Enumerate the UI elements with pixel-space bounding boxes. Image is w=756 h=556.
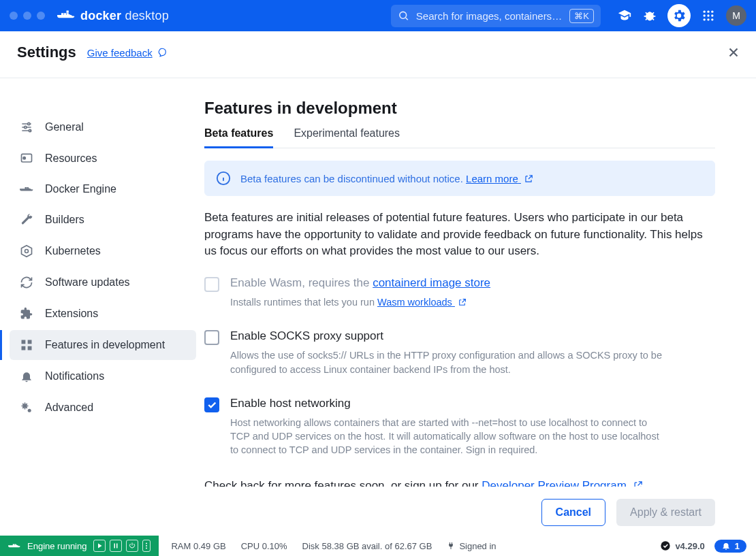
apps-grid-icon[interactable] <box>702 9 715 22</box>
close-icon <box>726 45 741 60</box>
search-placeholder: Search for images, containers, v… <box>416 10 563 22</box>
plug-icon <box>447 541 455 551</box>
svg-point-27 <box>146 545 147 546</box>
sidebar-item-features-in-development[interactable]: Features in development <box>10 330 196 360</box>
feature-tabs: Beta features Experimental features <box>204 127 715 148</box>
sidebar-item-docker-engine[interactable]: Docker Engine <box>10 175 196 203</box>
svg-rect-24 <box>114 544 116 549</box>
sidebar-item-notifications[interactable]: Notifications <box>10 361 196 391</box>
sidebar-item-general[interactable]: General <box>10 112 196 142</box>
search-bar[interactable]: Search for images, containers, v… ⌘K <box>391 5 601 27</box>
user-avatar[interactable]: M <box>726 5 746 26</box>
section-title: Features in development <box>204 99 715 118</box>
svg-point-0 <box>400 12 407 18</box>
containerd-image-store-link[interactable]: containerd image store <box>373 276 490 289</box>
svg-point-16 <box>25 250 29 253</box>
svg-point-2 <box>707 11 709 13</box>
engine-status[interactable]: Engine running <box>0 536 159 556</box>
option-desc: Host networking allows containers that a… <box>230 416 666 457</box>
svg-point-29 <box>661 541 670 550</box>
title-actions: M <box>617 4 746 27</box>
sidebar-label: Kubernetes <box>45 245 101 257</box>
status-ram: RAM 0.49 GB <box>171 541 225 551</box>
whale-icon <box>8 541 20 551</box>
option-enable-wasm: Enable Wasm, requires the containerd ima… <box>204 276 715 309</box>
status-signed-in: Signed in <box>459 541 496 551</box>
option-desc: Allows the use of socks5:// URLs in the … <box>230 348 666 376</box>
sidebar-label: General <box>45 121 84 133</box>
notice-text: Beta features can be discontinued withou… <box>240 173 466 184</box>
brand: docker desktop <box>57 9 169 23</box>
give-feedback-link[interactable]: Give feedback <box>87 47 168 59</box>
sidebar-label: Notifications <box>45 370 104 382</box>
notice-learn-more-link[interactable]: Learn more <box>466 173 533 184</box>
svg-point-1 <box>704 11 706 13</box>
checkbox-socks-proxy[interactable] <box>204 330 219 345</box>
tab-beta-features[interactable]: Beta features <box>204 127 273 148</box>
sidebar-item-kubernetes[interactable]: Kubernetes <box>10 236 196 266</box>
notifications-badge[interactable]: 1 <box>714 540 746 553</box>
sidebar-label: Resources <box>45 152 97 165</box>
titlebar: docker desktop Search for images, contai… <box>0 0 756 31</box>
tab-experimental-features[interactable]: Experimental features <box>294 127 400 148</box>
checkbox-host-networking[interactable] <box>204 397 219 412</box>
engine-power-button[interactable] <box>126 540 138 552</box>
option-title: Enable host networking <box>230 397 666 410</box>
search-icon <box>398 10 409 22</box>
cancel-button[interactable]: Cancel <box>541 499 605 526</box>
resources-icon <box>19 152 34 165</box>
option-title: Enable SOCKS proxy support <box>230 329 666 343</box>
option-enable-host-networking[interactable]: Enable host networking Host networking a… <box>204 397 715 457</box>
engine-more-button[interactable] <box>142 540 151 552</box>
developer-preview-link[interactable]: Developer Preview Program <box>482 479 646 487</box>
footer-actions: Cancel Apply & restart <box>0 487 756 536</box>
apply-restart-button: Apply & restart <box>616 499 715 526</box>
puzzle-icon <box>19 307 34 321</box>
sidebar-item-extensions[interactable]: Extensions <box>10 299 196 329</box>
settings-icon-active[interactable] <box>667 4 691 27</box>
status-bar: Engine running RAM 0.49 GB CPU 0.10% Dis… <box>0 536 756 556</box>
settings-sidebar: General Resources Docker Engine Builders… <box>0 78 204 487</box>
svg-rect-17 <box>22 340 26 344</box>
svg-rect-19 <box>22 346 26 350</box>
svg-point-14 <box>23 157 25 159</box>
whale-icon <box>19 184 34 195</box>
svg-point-22 <box>28 409 31 412</box>
learn-icon[interactable] <box>617 8 632 23</box>
sidebar-label: Docker Engine <box>45 183 116 195</box>
sidebar-item-advanced[interactable]: Advanced <box>10 393 196 423</box>
brand-light: desktop <box>125 9 168 22</box>
beta-description: Beta features are initial releases of po… <box>204 210 715 260</box>
option-enable-socks-proxy[interactable]: Enable SOCKS proxy support Allows the us… <box>204 329 715 376</box>
engine-play-button[interactable] <box>93 540 106 552</box>
content-panel: Features in development Beta features Ex… <box>204 78 756 487</box>
sidebar-label: Extensions <box>45 308 98 320</box>
wasm-workloads-link[interactable]: Wasm workloads <box>377 297 467 308</box>
bug-icon[interactable] <box>643 9 657 22</box>
sidebar-label: Builders <box>45 214 84 226</box>
sidebar-item-software-updates[interactable]: Software updates <box>10 267 196 297</box>
sidebar-item-resources[interactable]: Resources <box>10 144 196 174</box>
sidebar-label: Features in development <box>45 339 165 351</box>
status-version: v4.29.0 <box>675 541 704 551</box>
signup-text: Check back for more features soon, or si… <box>204 479 715 487</box>
svg-point-6 <box>711 14 713 16</box>
close-settings-button[interactable] <box>726 45 741 60</box>
status-disk: Disk 58.38 GB avail. of 62.67 GB <box>302 541 432 551</box>
engine-pause-button[interactable] <box>110 540 122 552</box>
grid-icon <box>19 338 34 352</box>
page-title: Settings <box>17 44 76 61</box>
info-icon <box>216 171 231 186</box>
checkbox-wasm <box>204 277 219 292</box>
external-link-icon <box>524 174 533 184</box>
svg-point-11 <box>25 126 27 128</box>
window-controls[interactable] <box>10 12 45 20</box>
sidebar-item-builders[interactable]: Builders <box>10 205 196 235</box>
feedback-icon <box>157 48 168 57</box>
sidebar-label: Advanced <box>45 402 93 414</box>
svg-point-10 <box>28 122 30 125</box>
sidebar-label: Software updates <box>45 276 130 289</box>
check-circle-icon <box>660 540 671 551</box>
bell-icon <box>19 370 34 383</box>
kubernetes-icon <box>19 244 34 258</box>
